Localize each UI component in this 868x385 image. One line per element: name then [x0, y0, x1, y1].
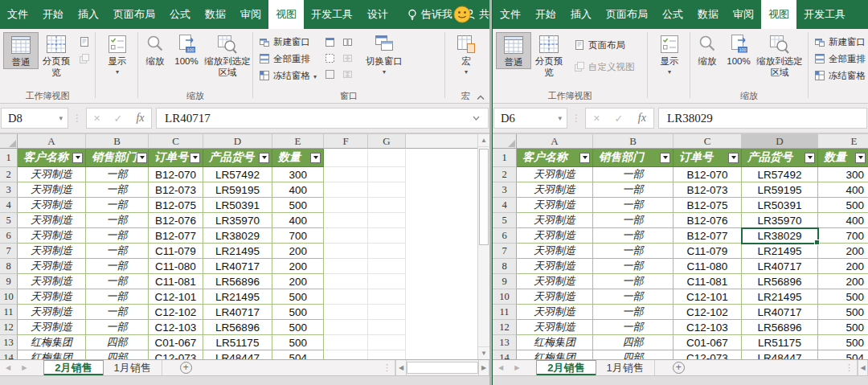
ribbon-menu-tab[interactable]: 视图 [761, 0, 796, 29]
header-cell[interactable]: 客户名称 [18, 149, 86, 167]
ribbon-menu-tab[interactable]: 数据 [198, 0, 233, 29]
formula-bar-drag-handle[interactable]: ⋮ [571, 113, 581, 124]
freeze-panes-button[interactable]: 冻结窗格 ▾ [256, 68, 319, 84]
ribbon-menu-tab[interactable]: 公式 [162, 0, 198, 29]
new-sheet-button[interactable]: + [673, 362, 685, 374]
row-header[interactable]: 10 [493, 289, 517, 305]
cell[interactable] [324, 289, 368, 305]
cell[interactable]: 一部 [86, 259, 149, 274]
cell[interactable]: B12-073 [149, 182, 203, 198]
header-cell[interactable]: 数量 [272, 149, 324, 167]
sheet-prev-icon[interactable]: ◀ [0, 360, 16, 375]
row-header[interactable]: 14 [0, 350, 18, 359]
scroll-left-icon[interactable]: ◀ [858, 360, 868, 375]
filter-button[interactable] [310, 153, 321, 163]
cell[interactable]: 500 [818, 305, 868, 320]
formula-bar-drag-handle[interactable]: ⋮ [72, 113, 82, 124]
filter-button[interactable] [190, 153, 200, 163]
cell[interactable] [368, 182, 406, 198]
cell[interactable]: LR51175 [742, 335, 818, 350]
ribbon-menu-tab[interactable]: 插入 [71, 0, 106, 29]
cell[interactable]: C11-081 [674, 274, 742, 289]
cell[interactable] [324, 182, 368, 198]
macros-button[interactable]: 宏 ▾ [452, 32, 481, 75]
row-header[interactable]: 5 [0, 213, 18, 228]
row-header[interactable]: 7 [0, 244, 18, 259]
row-header[interactable]: 11 [493, 305, 517, 320]
ribbon-menu-tab[interactable]: 审阅 [233, 0, 268, 29]
cell[interactable] [368, 167, 406, 182]
cell[interactable]: 500 [818, 289, 868, 305]
cell[interactable] [324, 335, 368, 350]
cell[interactable]: C01-067 [149, 335, 203, 350]
cell[interactable]: LR50391 [203, 198, 272, 213]
arrange-all-button[interactable]: 全部重排 [812, 51, 868, 67]
cell[interactable]: 500 [818, 335, 868, 350]
filter-button[interactable] [805, 153, 815, 163]
cell[interactable] [368, 350, 406, 359]
sheetbar-drag-handle[interactable]: ⋮ [845, 362, 854, 373]
new-sheet-button[interactable]: + [180, 362, 192, 374]
cell[interactable] [368, 228, 406, 244]
header-cell[interactable]: 销售部门 [593, 149, 674, 167]
cell[interactable]: 四部 [86, 350, 149, 359]
cell[interactable]: 红梅集团 [18, 335, 86, 350]
cell[interactable] [368, 213, 406, 228]
cell[interactable]: LR40717 [742, 305, 818, 320]
show-button[interactable]: 显示 ▾ [99, 32, 136, 75]
cell[interactable]: 一部 [86, 228, 149, 244]
cell[interactable]: B12-073 [674, 182, 742, 198]
cell[interactable]: LR21495 [742, 244, 818, 259]
column-header[interactable]: A [18, 134, 86, 149]
cell[interactable]: 天羽制造 [517, 244, 593, 259]
header-cell[interactable]: 销售部门 [86, 149, 149, 167]
page-layout-view-button[interactable]: 页面布局 [571, 37, 637, 53]
scroll-down-icon[interactable]: ▼ [478, 346, 489, 359]
cell[interactable]: 500 [272, 305, 324, 320]
expand-formula-bar-icon[interactable] [473, 116, 480, 121]
custom-views-button[interactable] [77, 52, 92, 65]
column-header[interactable]: B [86, 134, 149, 149]
cell[interactable]: B12-070 [674, 167, 742, 182]
cell[interactable]: LR59195 [742, 182, 818, 198]
ribbon-menu-tab[interactable]: 公式 [655, 0, 690, 29]
ribbon-menu-tab[interactable]: 页面布局 [599, 0, 655, 29]
vertical-scrollbar-thumb[interactable] [479, 149, 489, 245]
ribbon-menu-tab[interactable]: 开发工具 [304, 0, 360, 29]
cell[interactable] [368, 320, 406, 335]
filter-button[interactable] [259, 153, 269, 163]
cell[interactable]: 200 [818, 259, 868, 274]
cell[interactable]: 一部 [593, 320, 674, 335]
cell[interactable]: B12-070 [149, 167, 203, 182]
cell[interactable]: 红梅集团 [18, 350, 86, 359]
cell[interactable]: LR38029 [203, 228, 272, 244]
zoom-to-selection-button[interactable]: 缩放到选定区域 [204, 32, 251, 78]
cancel-icon[interactable]: × [93, 112, 100, 125]
new-window-button[interactable]: 新建窗口 [256, 34, 319, 50]
cell[interactable]: 500 [818, 198, 868, 213]
cell[interactable]: LR40717 [203, 305, 272, 320]
cell[interactable]: 500 [272, 320, 324, 335]
row-header[interactable]: 1 [493, 149, 517, 167]
column-header[interactable]: B [593, 134, 674, 149]
cell[interactable]: 一部 [593, 198, 674, 213]
unhide-window-button[interactable] [322, 68, 337, 80]
cell[interactable]: 一部 [86, 289, 149, 305]
enter-icon[interactable]: ✓ [615, 113, 624, 125]
collapse-ribbon-icon[interactable] [477, 95, 485, 100]
row-header[interactable]: 4 [0, 198, 18, 213]
sheet-next-icon[interactable]: ▶ [509, 360, 525, 375]
cell[interactable]: B12-075 [149, 198, 203, 213]
row-header[interactable]: 13 [493, 335, 517, 350]
new-window-button[interactable]: 新建窗口 [812, 34, 868, 50]
normal-view-button[interactable]: 普通 [3, 32, 39, 69]
cell[interactable]: 700 [818, 228, 868, 244]
cell[interactable]: 504 [272, 350, 324, 359]
page-layout-view-button[interactable] [77, 35, 92, 48]
select-all-corner[interactable] [493, 134, 517, 149]
name-box[interactable]: D8 ▾ [1, 108, 68, 129]
cell[interactable] [324, 213, 368, 228]
cell[interactable]: 天羽制造 [517, 228, 593, 244]
sheet-next-icon[interactable]: ▶ [16, 360, 32, 375]
cell[interactable]: 四部 [593, 350, 674, 359]
